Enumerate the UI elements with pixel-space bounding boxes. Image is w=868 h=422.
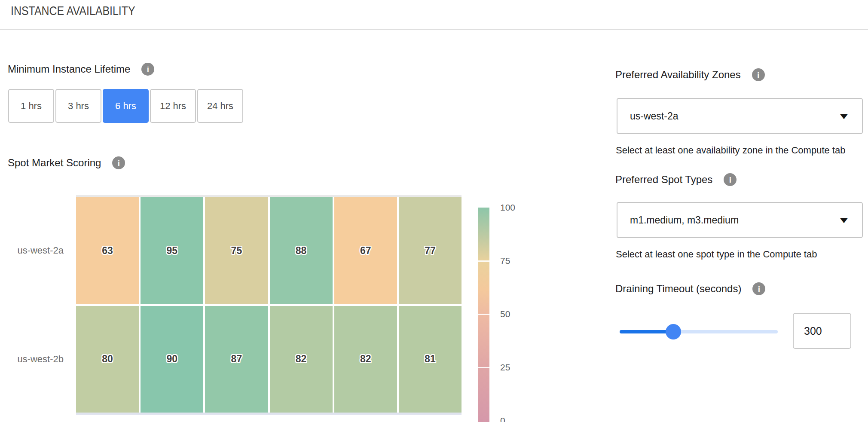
info-icon-glyph: i	[147, 65, 149, 73]
chevron-down-icon: ▼	[837, 216, 851, 224]
spot-market-scoring-label-row: Spot Market Scoring i	[8, 156, 125, 169]
heatmap-cell: 77	[399, 197, 462, 304]
heatmap-cell: 75	[205, 197, 268, 304]
info-icon[interactable]: i	[112, 156, 125, 169]
spot-market-scoring-label: Spot Market Scoring	[8, 157, 101, 169]
lifetime-option-24hrs[interactable]: 24 hrs	[197, 89, 243, 123]
colorbar-tick	[478, 314, 489, 315]
header-divider	[0, 29, 868, 30]
preferred-availability-zones-label-row: Preferred Availability Zones i	[615, 68, 765, 81]
heatmap-cell: 90	[141, 306, 203, 413]
heatmap-row-label: us-west-2b	[0, 354, 64, 365]
colorbar-tick	[478, 260, 489, 262]
colorbar-label-0: 0	[500, 416, 505, 422]
spot-types-dropdown-value: m1.medium, m3.medium	[630, 214, 739, 226]
info-icon[interactable]: i	[752, 68, 765, 81]
draining-timeout-label: Draining Timeout (seconds)	[615, 283, 741, 295]
heatmap-cell: 63	[76, 197, 139, 304]
lifetime-option-6hrs[interactable]: 6 hrs	[103, 89, 149, 123]
heatmap-cell: 95	[141, 197, 203, 304]
heatmap-cell: 67	[334, 197, 397, 304]
colorbar-label-25: 25	[500, 362, 510, 373]
info-icon-glyph: i	[758, 285, 760, 293]
page-title: INSTANCE AVAILABILITY	[11, 4, 135, 18]
spot-market-scoring-heatmap: 63 95 75 88 67 77 80 90 87 82 82 81	[76, 195, 462, 415]
heatmap-cell: 82	[270, 306, 333, 413]
draining-timeout-slider[interactable]	[620, 330, 778, 333]
heatmap-cell: 81	[399, 306, 462, 413]
lifetime-option-1hrs[interactable]: 1 hrs	[8, 89, 54, 123]
spot-types-helper-text: Select at least one spot type in the Com…	[616, 249, 817, 260]
lifetime-button-group: 1 hrs 3 hrs 6 hrs 12 hrs 24 hrs	[8, 89, 243, 123]
chevron-down-icon: ▼	[837, 112, 851, 120]
info-icon[interactable]: i	[752, 282, 765, 295]
minimum-instance-lifetime-label: Minimum Instance Lifetime	[8, 63, 130, 75]
colorbar-label-100: 100	[500, 202, 515, 213]
heatmap-grid: 63 95 75 88 67 77 80 90 87 82 82 81	[76, 197, 462, 413]
colorbar-tick	[478, 367, 489, 368]
heatmap-bottom-edge	[76, 413, 462, 415]
draining-timeout-input[interactable]	[793, 313, 851, 349]
minimum-instance-lifetime-label-row: Minimum Instance Lifetime i	[8, 63, 154, 76]
preferred-availability-zones-label: Preferred Availability Zones	[615, 69, 741, 81]
spot-types-dropdown[interactable]: m1.medium, m3.medium ▼	[617, 202, 863, 238]
preferred-spot-types-label-row: Preferred Spot Types i	[615, 173, 737, 186]
heatmap-row-label: us-west-2a	[0, 245, 64, 256]
info-icon-glyph: i	[118, 159, 120, 167]
heatmap-cell: 82	[334, 306, 397, 413]
info-icon-glyph: i	[757, 71, 759, 79]
colorbar-label-50: 50	[500, 309, 510, 319]
info-icon[interactable]: i	[724, 173, 737, 186]
heatmap-colorbar	[478, 208, 489, 422]
slider-thumb[interactable]	[666, 324, 681, 339]
preferred-spot-types-label: Preferred Spot Types	[615, 174, 712, 186]
heatmap-cell: 80	[76, 306, 139, 413]
availability-zones-dropdown[interactable]: us-west-2a ▼	[617, 98, 863, 134]
colorbar-label-75: 75	[500, 256, 510, 266]
lifetime-option-3hrs[interactable]: 3 hrs	[55, 89, 101, 123]
info-icon[interactable]: i	[141, 63, 154, 76]
availability-zones-dropdown-value: us-west-2a	[630, 110, 678, 122]
info-icon-glyph: i	[729, 176, 731, 184]
draining-timeout-label-row: Draining Timeout (seconds) i	[615, 282, 765, 295]
heatmap-cell: 88	[270, 197, 333, 304]
heatmap-cell: 87	[205, 306, 268, 413]
availability-zones-helper-text: Select at least one availability zone in…	[616, 145, 845, 156]
lifetime-option-12hrs[interactable]: 12 hrs	[150, 89, 196, 123]
